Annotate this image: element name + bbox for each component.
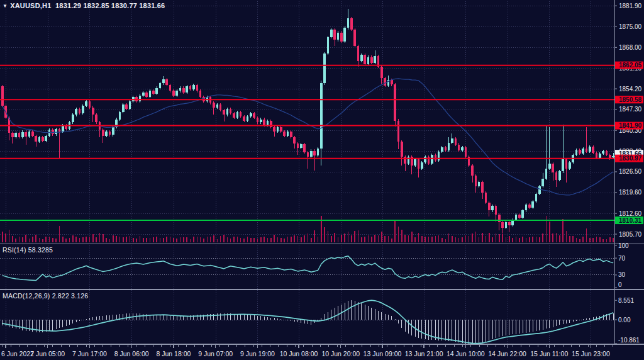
candlestick-chart[interactable]: 1881.901875.001868.001861.101854.201847.… [0,0,644,360]
svg-text:1850.58: 1850.58 [619,96,642,103]
price-axis-label: 1819.60 [619,189,642,196]
rsi-axis-label: 0 [618,281,622,288]
svg-text:1830.97: 1830.97 [619,155,642,162]
price-axis-label: 1812.60 [619,210,642,217]
time-axis-label: 15 Jun 23:00 [572,350,610,357]
time-axis-label: 13 Jun 09:00 [364,350,402,357]
macd-axis-label: -10.861 [618,337,640,344]
time-axis-label: 8 Jun 06:00 [114,350,149,357]
svg-text:1810.31: 1810.31 [619,217,642,224]
macd-axis-label: 8.551 [618,297,634,304]
rsi-axis-label: 30 [618,271,626,278]
time-axis-label: 15 Jun 11:00 [530,350,568,357]
price-axis-label: 1868.00 [619,44,642,51]
time-axis-label: 7 Jun 17:00 [72,350,107,357]
macd-axis-label: 0.00 [618,317,631,323]
trading-chart-window: ▼XAUUSD,H1 1831.29 1832.85 1830.77 1831.… [0,0,644,360]
time-axis-label: 13 Jun 21:00 [405,350,443,357]
price-axis-label: 1881.90 [619,3,642,9]
svg-text:1862.05: 1862.05 [619,62,642,69]
time-axis-label: 9 Jun 19:00 [240,350,275,357]
time-axis-label: 10 Jun 08:00 [280,350,318,357]
price-axis-label: 1854.20 [619,86,642,93]
time-axis-label: 14 Jun 10:00 [447,350,485,357]
price-axis-label: 1805.70 [619,231,642,238]
svg-text:1841.90: 1841.90 [619,122,642,129]
rsi-axis-label: 70 [618,255,626,262]
price-axis-label: 1826.50 [619,168,642,175]
time-axis-label: 6 Jun 2022 [1,350,34,357]
time-axis-label: 9 Jun 07:00 [198,350,233,357]
time-axis-label: 10 Jun 20:00 [321,350,360,357]
chart-background [0,0,644,360]
time-axis-label: 8 Jun 18:00 [156,350,191,357]
rsi-axis-label: 100 [618,242,629,249]
price-axis-label: 1875.00 [619,23,642,30]
price-axis-label: 1847.30 [619,106,642,113]
time-axis-label: 7 Jun 05:00 [30,350,65,357]
time-axis-label: 14 Jun 22:00 [488,350,526,357]
